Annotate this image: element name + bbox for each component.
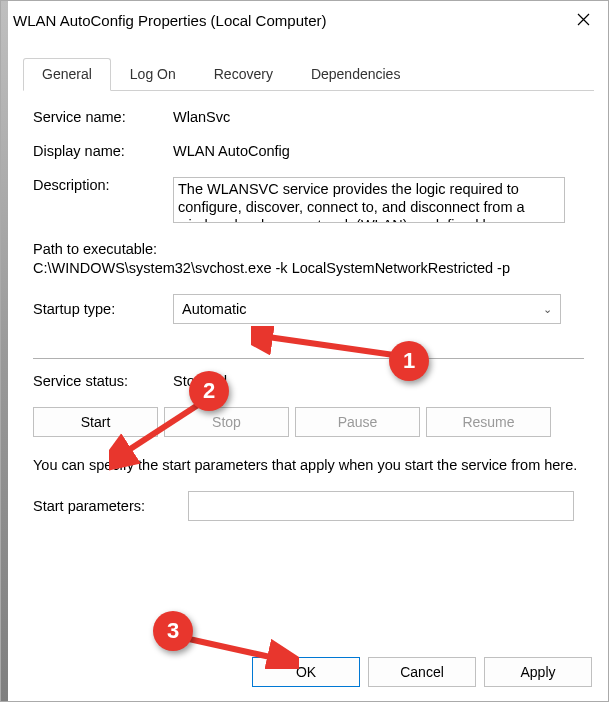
cancel-button[interactable]: Cancel [368, 657, 476, 687]
annotation-badge-3: 3 [153, 611, 193, 651]
chevron-down-icon: ⌄ [543, 303, 552, 316]
service-name-label: Service name: [33, 109, 173, 125]
svg-line-2 [189, 639, 279, 659]
tab-general[interactable]: General [23, 58, 111, 91]
service-status-label: Service status: [33, 373, 173, 389]
start-params-label: Start parameters: [33, 498, 188, 514]
dialog-buttons: OK Cancel Apply [252, 657, 592, 687]
pause-button: Pause [295, 407, 420, 437]
window-left-edge [1, 1, 8, 701]
titlebar: WLAN AutoConfig Properties (Local Comput… [1, 1, 608, 39]
tab-strip: General Log On Recovery Dependencies [23, 57, 594, 91]
resume-button: Resume [426, 407, 551, 437]
tab-logon[interactable]: Log On [111, 58, 195, 91]
description-label: Description: [33, 177, 173, 193]
service-name-value: WlanSvc [173, 109, 584, 125]
path-label: Path to executable: [33, 241, 584, 257]
stop-button: Stop [164, 407, 289, 437]
start-params-input[interactable] [188, 491, 574, 521]
start-button[interactable]: Start [33, 407, 158, 437]
startup-type-label: Startup type: [33, 301, 173, 317]
separator [33, 358, 584, 359]
startup-type-select[interactable]: Automatic ⌄ [173, 294, 561, 324]
description-textbox[interactable]: The WLANSVC service provides the logic r… [173, 177, 565, 223]
startup-type-value: Automatic [182, 301, 246, 317]
ok-button[interactable]: OK [252, 657, 360, 687]
service-status-value: Stopped [173, 373, 584, 389]
path-value: C:\WINDOWS\system32\svchost.exe -k Local… [33, 260, 584, 276]
tab-recovery[interactable]: Recovery [195, 58, 292, 91]
display-name-label: Display name: [33, 143, 173, 159]
close-button[interactable] [560, 3, 606, 35]
display-name-value: WLAN AutoConfig [173, 143, 584, 159]
tab-content: Service name: WlanSvc Display name: WLAN… [1, 91, 608, 521]
close-icon [577, 13, 590, 26]
apply-button[interactable]: Apply [484, 657, 592, 687]
start-params-note: You can specify the start parameters tha… [33, 455, 584, 475]
tab-dependencies[interactable]: Dependencies [292, 58, 420, 91]
window-title: WLAN AutoConfig Properties (Local Comput… [13, 12, 596, 29]
